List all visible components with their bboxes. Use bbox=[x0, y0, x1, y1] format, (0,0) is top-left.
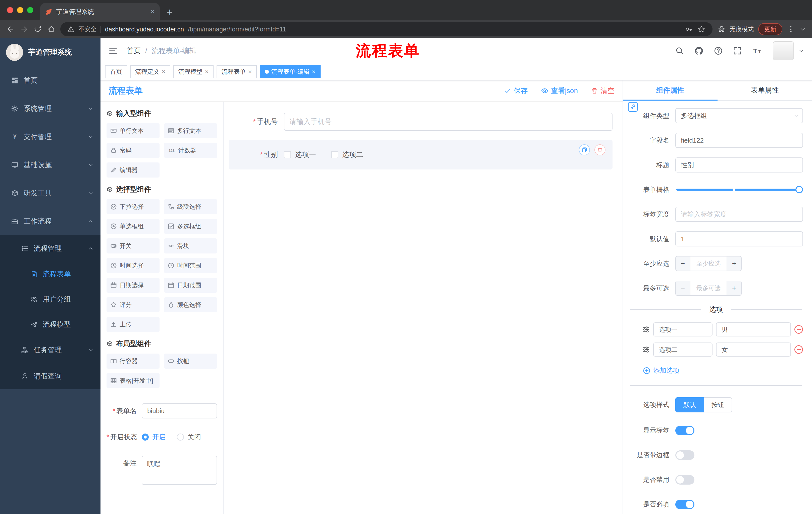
gender-option-1[interactable]: 选项一 bbox=[284, 150, 316, 159]
drag-handle-icon[interactable] bbox=[642, 326, 650, 333]
disabled-switch[interactable] bbox=[675, 475, 694, 485]
decrease-button[interactable]: − bbox=[676, 281, 690, 295]
github-icon[interactable] bbox=[694, 46, 703, 55]
tag-process-form[interactable]: 流程表单× bbox=[216, 65, 257, 78]
palette-item-color-picker[interactable]: 颜色选择 bbox=[164, 297, 217, 312]
home-icon[interactable] bbox=[47, 25, 56, 34]
sidebar-item-process-model[interactable]: 流程模型 bbox=[0, 312, 100, 337]
option-value-input[interactable] bbox=[716, 322, 791, 336]
password-key-icon[interactable] bbox=[685, 25, 693, 33]
palette-item-multi-line-text[interactable]: 多行文本 bbox=[164, 123, 217, 138]
max-select-input[interactable] bbox=[690, 281, 727, 295]
checkbox[interactable] bbox=[331, 151, 338, 158]
status-radio-off[interactable]: 关闭 bbox=[177, 433, 201, 441]
sidebar-item-process-management[interactable]: 流程管理 bbox=[0, 235, 100, 262]
tag-close-icon[interactable]: × bbox=[162, 68, 165, 75]
canvas-field-phone[interactable]: *手机号 bbox=[229, 113, 612, 131]
palette-item-select[interactable]: 下拉选择 bbox=[107, 199, 160, 214]
field-name-input[interactable] bbox=[675, 133, 803, 148]
option-value-input[interactable] bbox=[716, 343, 791, 357]
tag-process-model[interactable]: 流程模型× bbox=[173, 65, 213, 78]
palette-item-switch[interactable]: 开关 bbox=[107, 238, 160, 253]
search-icon[interactable] bbox=[675, 47, 684, 55]
font-size-icon[interactable]: TT bbox=[752, 47, 762, 55]
sidebar-item-user-group[interactable]: 用户分组 bbox=[0, 287, 100, 312]
border-switch[interactable] bbox=[675, 450, 694, 460]
palette-item-table[interactable]: 表格[开发中] bbox=[107, 373, 160, 388]
palette-item-date-picker[interactable]: 日期选择 bbox=[107, 278, 160, 293]
tab-component-props[interactable]: 组件属性 bbox=[623, 80, 718, 100]
option-style-default[interactable]: 默认 bbox=[675, 397, 704, 412]
option-style-button[interactable]: 按钮 bbox=[704, 397, 732, 412]
palette-item-editor[interactable]: 编辑器 bbox=[107, 162, 160, 178]
default-value-input[interactable] bbox=[675, 231, 803, 246]
bookmark-star-icon[interactable] bbox=[697, 25, 705, 33]
window-close-button[interactable] bbox=[7, 7, 13, 13]
window-zoom-button[interactable] bbox=[27, 7, 33, 13]
decrease-button[interactable]: − bbox=[676, 256, 690, 271]
sidebar-item-task-management[interactable]: 任务管理 bbox=[0, 337, 100, 363]
checkbox[interactable] bbox=[284, 151, 291, 158]
forward-icon[interactable] bbox=[20, 25, 29, 34]
window-minimize-button[interactable] bbox=[17, 7, 23, 13]
form-canvas[interactable]: *手机号 *性别 选项一 选项二 bbox=[224, 102, 622, 514]
add-option-button[interactable]: 添加选项 bbox=[643, 366, 679, 375]
status-radio-on[interactable]: 开启 bbox=[142, 433, 166, 441]
form-grid-slider[interactable] bbox=[676, 189, 799, 191]
tag-process-form-edit[interactable]: 流程表单-编辑× bbox=[260, 65, 321, 78]
palette-item-counter[interactable]: 123计数器 bbox=[164, 143, 217, 158]
gender-option-2[interactable]: 选项二 bbox=[331, 150, 363, 159]
palette-item-password[interactable]: 密码 bbox=[107, 143, 160, 158]
palette-item-upload[interactable]: 上传 bbox=[107, 317, 160, 332]
canvas-field-gender-selected[interactable]: *性别 选项一 选项二 bbox=[229, 140, 612, 169]
sidebar-item-infrastructure[interactable]: 基础设施 bbox=[0, 151, 100, 179]
new-tab-button[interactable]: + bbox=[167, 7, 173, 17]
hamburger-icon[interactable] bbox=[109, 46, 118, 55]
browser-tab[interactable]: 芋道管理系统 × bbox=[40, 3, 160, 20]
breadcrumb-home[interactable]: 首页 bbox=[127, 46, 141, 56]
tab-close-icon[interactable]: × bbox=[151, 7, 155, 16]
remove-option-button[interactable] bbox=[794, 325, 803, 334]
browser-update-button[interactable]: 更新 bbox=[758, 23, 782, 35]
form-name-input[interactable] bbox=[142, 403, 217, 418]
tag-process-definition[interactable]: 流程定义× bbox=[130, 65, 170, 78]
view-json-button[interactable]: 查看json bbox=[541, 86, 578, 96]
tag-close-icon[interactable]: × bbox=[205, 68, 208, 75]
reload-icon[interactable] bbox=[33, 25, 42, 34]
link-anchor-button[interactable] bbox=[628, 102, 638, 112]
palette-item-time-range[interactable]: 时间范围 bbox=[164, 258, 217, 273]
increase-button[interactable]: + bbox=[727, 281, 741, 295]
clear-button[interactable]: 清空 bbox=[591, 86, 614, 96]
palette-item-button[interactable]: 按钮 bbox=[164, 354, 217, 369]
drag-handle-icon[interactable] bbox=[642, 346, 650, 353]
option-name-input[interactable] bbox=[653, 343, 713, 357]
avatar-caret-icon[interactable] bbox=[799, 48, 804, 54]
tag-close-icon[interactable]: × bbox=[312, 68, 316, 75]
remark-textarea[interactable]: 嘿嘿 bbox=[142, 456, 217, 485]
label-width-input[interactable] bbox=[675, 207, 803, 222]
sidebar-item-payment[interactable]: ¥ 支付管理 bbox=[0, 123, 100, 151]
palette-item-slider[interactable]: 滑块 bbox=[164, 238, 217, 253]
palette-item-rate[interactable]: 评分 bbox=[107, 297, 160, 312]
chevron-down-icon[interactable] bbox=[800, 26, 806, 32]
sidebar-item-process-form[interactable]: 流程表单 bbox=[0, 262, 100, 287]
palette-item-single-line-text[interactable]: 单行文本 bbox=[107, 123, 160, 138]
fullscreen-icon[interactable] bbox=[733, 47, 742, 55]
remove-option-button[interactable] bbox=[794, 345, 803, 354]
min-select-input[interactable] bbox=[690, 256, 727, 271]
component-type-select[interactable] bbox=[675, 108, 803, 123]
user-avatar[interactable] bbox=[773, 41, 794, 60]
app-logo[interactable]: 芋道管理系统 bbox=[0, 38, 100, 66]
browser-menu-icon[interactable] bbox=[787, 25, 795, 33]
palette-item-checkbox-group[interactable]: 多选框组 bbox=[164, 219, 217, 234]
tag-home[interactable]: 首页 bbox=[105, 65, 127, 78]
back-icon[interactable] bbox=[6, 25, 15, 34]
palette-item-row-container[interactable]: 行容器 bbox=[107, 354, 160, 369]
widget-delete-button[interactable] bbox=[594, 144, 606, 155]
palette-item-time-picker[interactable]: 时间选择 bbox=[107, 258, 160, 273]
required-switch[interactable] bbox=[675, 500, 694, 509]
palette-item-date-range[interactable]: 日期范围 bbox=[164, 278, 217, 293]
sidebar-item-home[interactable]: 首页 bbox=[0, 66, 100, 94]
slider-handle[interactable] bbox=[795, 186, 803, 193]
show-label-switch[interactable] bbox=[675, 426, 694, 435]
